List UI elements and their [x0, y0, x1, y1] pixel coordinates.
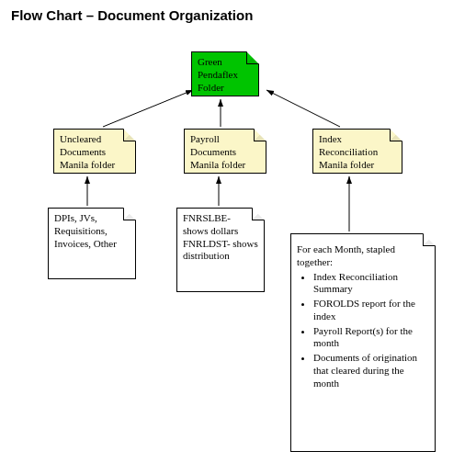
svg-line-0 [103, 90, 193, 127]
node-line: Folder [198, 82, 224, 93]
node-top-green-pendaflex: Green Pendaflex Folder [191, 51, 259, 96]
node-line: Manila folder [190, 159, 245, 170]
detail-right-intro: For each Month, stapled together: [297, 243, 395, 267]
bullet-item: Index Reconciliation Summary [313, 271, 429, 297]
bullet-item: Payroll Report(s) for the month [313, 325, 429, 351]
svg-line-2 [266, 90, 340, 127]
detail-right: For each Month, stapled together: Index … [290, 233, 436, 452]
node-line: Pendaflex [198, 69, 238, 80]
node-line: Reconciliation [319, 146, 378, 157]
detail-right-bullets: Index Reconciliation Summary FOROLDS rep… [297, 271, 429, 390]
detail-left: DPIs, JVs, Requisitions, Invoices, Other [48, 208, 136, 279]
bullet-item: FOROLDS report for the index [313, 298, 429, 323]
node-line: Manila folder [319, 159, 374, 170]
detail-center: FNRSLBE- shows dollars FNRLDST- shows di… [176, 208, 265, 292]
node-mid-uncleared: Uncleared Documents Manila folder [53, 129, 136, 174]
node-mid-index-recon: Index Reconciliation Manila folder [312, 129, 402, 174]
node-line: Index [319, 133, 342, 144]
node-line: Manila folder [60, 159, 115, 170]
node-line: Green [198, 56, 222, 67]
detail-text: DPIs, JVs, Requisitions, Invoices, Other [54, 212, 117, 249]
node-line: Payroll [190, 133, 220, 144]
bullet-item: Documents of origination that cleared du… [313, 352, 429, 389]
node-line: Documents [190, 146, 236, 157]
node-line: Documents [60, 146, 106, 157]
flowchart-canvas: Green Pendaflex Folder Uncleared Documen… [0, 0, 476, 474]
node-line: Uncleared [60, 133, 101, 144]
detail-text: FNRSLBE- shows dollars FNRLDST- shows di… [183, 212, 258, 261]
node-mid-payroll: Payroll Documents Manila folder [184, 129, 266, 174]
